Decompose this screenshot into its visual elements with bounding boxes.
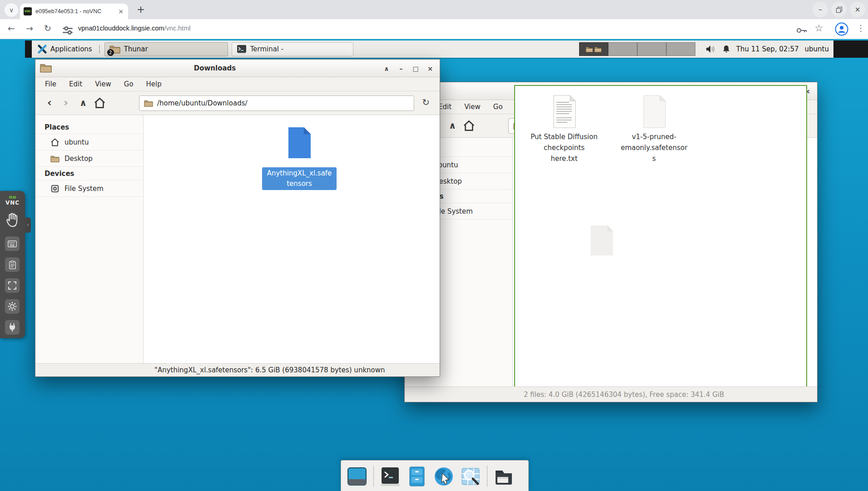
file-label-line: checkpoints bbox=[525, 142, 603, 153]
applications-menu-button[interactable]: Applications bbox=[37, 44, 101, 54]
applications-label: Applications bbox=[50, 45, 92, 53]
terminal-launcher-icon[interactable] bbox=[380, 466, 401, 487]
file-item-checkpoints-txt[interactable]: Put Stable Diffusion checkpoints here.tx… bbox=[525, 95, 603, 164]
browser-restore-button[interactable] bbox=[831, 2, 847, 17]
drag-hand-icon[interactable] bbox=[5, 212, 20, 228]
browser-menu-icon[interactable]: ⋮ bbox=[857, 23, 865, 33]
browser-toolbar: ← → ↻ vpna01clouddock.lingsie.com/vnc.ht… bbox=[0, 19, 868, 39]
workspace-1-active[interactable] bbox=[579, 42, 608, 56]
vnc-desktop: Applications 2 Thunar Terminal - bbox=[0, 39, 868, 491]
notification-bell-icon[interactable] bbox=[722, 45, 730, 54]
keyboard-icon bbox=[8, 240, 17, 247]
profile-avatar[interactable] bbox=[835, 22, 848, 36]
panel-tray: Thu 11 Sep, 02:57 ubuntu bbox=[705, 45, 829, 54]
browser-reload-button[interactable]: ↻ bbox=[42, 23, 54, 33]
menu-go[interactable]: Go bbox=[124, 80, 134, 88]
bookmark-star-icon[interactable]: ☆ bbox=[813, 23, 825, 34]
browser-minimize-button[interactable]: – bbox=[813, 2, 828, 17]
panel-grip bbox=[99, 45, 101, 53]
nav-forward-button[interactable]: › bbox=[59, 95, 73, 110]
window-count-badge: 2 bbox=[107, 49, 114, 56]
workspace-2[interactable] bbox=[608, 42, 637, 56]
browser-tab-strip: ∨ VNC e095eb74e053:1 - noVNC × + – × bbox=[0, 0, 868, 19]
drop-target-pane[interactable]: Put Stable Diffusion checkpoints here.tx… bbox=[514, 85, 807, 400]
menu-view[interactable]: View bbox=[464, 103, 481, 111]
browser-close-button[interactable]: × bbox=[850, 2, 865, 17]
downloads-titlebar[interactable]: Downloads ∧ – □ × bbox=[35, 60, 440, 77]
volume-icon[interactable] bbox=[705, 45, 716, 54]
menu-view[interactable]: View bbox=[95, 80, 111, 88]
workspace-4[interactable] bbox=[666, 42, 695, 56]
sidebar-label: Desktop bbox=[64, 155, 93, 163]
nav-back-button[interactable]: ‹ bbox=[43, 95, 56, 110]
browser-forward-button[interactable]: → bbox=[24, 23, 35, 33]
downloads-path-bar[interactable]: /home/ubuntu/Downloads/ bbox=[139, 95, 414, 111]
taskbar-terminal-label: Terminal - bbox=[250, 45, 284, 53]
file-item-anythingxl-selected[interactable]: AnythingXL_xl.safe tensors bbox=[260, 126, 339, 190]
selected-file-label: AnythingXL_xl.safe tensors bbox=[262, 167, 337, 190]
novnc-clipboard-button[interactable] bbox=[5, 257, 20, 272]
dock-separator bbox=[487, 466, 487, 487]
minimize-button[interactable]: – bbox=[396, 65, 406, 72]
site-info-icon[interactable] bbox=[62, 25, 73, 36]
address-bar[interactable]: vpna01clouddock.lingsie.com/vnc.html bbox=[78, 25, 190, 32]
nav-up-button[interactable]: ∧ bbox=[446, 118, 459, 133]
url-host: vpna01clouddock.lingsie.com bbox=[78, 25, 164, 32]
password-key-icon[interactable] bbox=[796, 25, 807, 36]
file-label-line: emaonly.safetensor bbox=[615, 142, 693, 153]
panel-clock[interactable]: Thu 11 Sep, 02:57 bbox=[736, 45, 799, 53]
mini-window-icon bbox=[585, 46, 593, 53]
safetensors-file-icon bbox=[287, 126, 312, 160]
menu-edit[interactable]: Edit bbox=[69, 80, 82, 88]
novnc-keyboard-button[interactable] bbox=[5, 236, 20, 251]
sidebar-item-file-system[interactable]: File System bbox=[35, 180, 143, 197]
browser-back-button[interactable]: ← bbox=[5, 23, 17, 33]
reload-button[interactable]: ↻ bbox=[422, 97, 430, 108]
web-browser-launcher-icon[interactable] bbox=[433, 466, 454, 487]
terminal-icon bbox=[237, 44, 247, 54]
dock-separator bbox=[373, 466, 374, 487]
url-path: /vnc.html bbox=[164, 25, 190, 32]
sidebar-item-desktop[interactable]: Desktop bbox=[35, 150, 143, 167]
workspace-switcher[interactable] bbox=[579, 42, 695, 56]
taskbar-thunar-label: Thunar bbox=[124, 45, 148, 53]
panel-user-menu[interactable]: ubuntu bbox=[805, 45, 829, 53]
downloads-toolbar: ‹ › ∧ /home/ubuntu/Downloads/ ↻ bbox=[35, 91, 440, 115]
nav-up-button[interactable]: ∧ bbox=[76, 95, 90, 110]
novnc-expand-handle[interactable]: ‹ bbox=[25, 217, 31, 233]
downloads-status-text: "AnythingXL_xl.safetensors": 6.5 GiB (69… bbox=[154, 366, 385, 374]
tab-title: e095eb74e053:1 - noVNC bbox=[35, 8, 113, 15]
app-finder-launcher-icon[interactable] bbox=[460, 466, 481, 487]
stable-statusbar: 2 files: 4.0 GiB (4265146304 bytes), Fre… bbox=[405, 386, 817, 402]
menu-edit[interactable]: Edit bbox=[438, 103, 451, 111]
nav-home-button[interactable] bbox=[463, 120, 475, 132]
show-desktop-icon[interactable] bbox=[347, 466, 367, 487]
new-tab-button[interactable]: + bbox=[134, 4, 147, 16]
novnc-favicon-icon: VNC bbox=[24, 7, 32, 15]
menu-go[interactable]: Go bbox=[493, 103, 503, 111]
shade-button[interactable]: ∧ bbox=[382, 65, 392, 72]
maximize-button[interactable]: □ bbox=[411, 65, 421, 72]
file-label-line: v1-5-pruned- bbox=[615, 131, 693, 142]
gear-icon bbox=[8, 302, 17, 311]
novnc-disconnect-button[interactable] bbox=[5, 320, 20, 335]
novnc-settings-button[interactable] bbox=[5, 299, 20, 314]
menu-help[interactable]: Help bbox=[146, 80, 162, 88]
taskbar-item-terminal[interactable]: Terminal - bbox=[232, 42, 353, 56]
close-button[interactable]: × bbox=[425, 65, 435, 72]
downloads-file-area[interactable]: AnythingXL_xl.safe tensors bbox=[144, 115, 440, 363]
browser-tab[interactable]: VNC e095eb74e053:1 - noVNC × bbox=[20, 4, 128, 19]
blank-file-icon bbox=[641, 95, 667, 128]
sidebar-item-ubuntu[interactable]: ubuntu bbox=[35, 134, 143, 150]
nav-home-button[interactable] bbox=[94, 97, 106, 109]
folder-launcher-icon[interactable] bbox=[493, 466, 514, 487]
chevron-down-icon: ∨ bbox=[9, 6, 14, 14]
novnc-fullscreen-button[interactable] bbox=[5, 278, 20, 293]
file-item-v15-safetensors[interactable]: v1-5-pruned- emaonly.safetensor s bbox=[615, 95, 693, 164]
menu-file[interactable]: File bbox=[45, 80, 56, 88]
workspace-3[interactable] bbox=[637, 42, 666, 56]
file-manager-launcher-icon[interactable] bbox=[407, 466, 427, 487]
taskbar-item-thunar[interactable]: 2 Thunar bbox=[104, 42, 228, 56]
tab-close-button[interactable]: × bbox=[117, 8, 124, 15]
tab-search-button[interactable]: ∨ bbox=[5, 3, 18, 17]
